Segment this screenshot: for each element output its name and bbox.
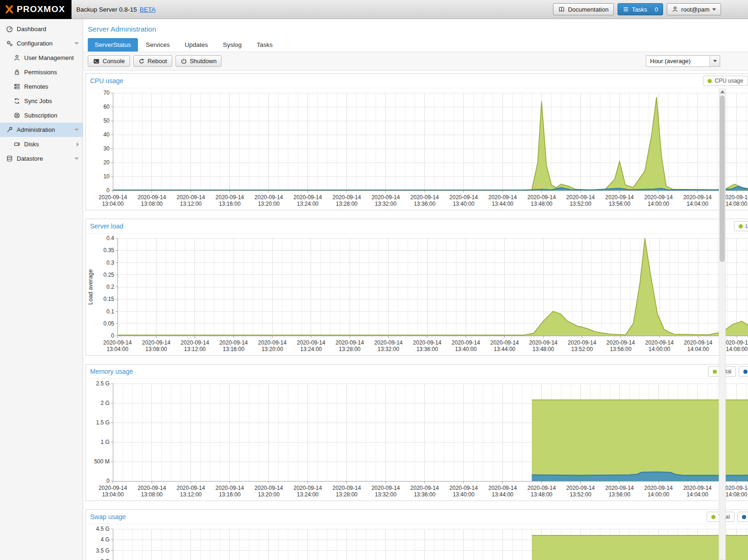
svg-text:2020-09-14: 2020-09-14 [527, 485, 556, 491]
svg-text:2020-09-14: 2020-09-14 [374, 339, 403, 346]
tab-services[interactable]: Services [139, 38, 177, 52]
svg-text:2020-09-14: 2020-09-14 [258, 339, 287, 346]
svg-text:13:48:00: 13:48:00 [531, 491, 553, 498]
legend-label: Load average [746, 223, 748, 229]
legend-item-cpu-usage[interactable]: CPU usage [703, 76, 748, 86]
sidebar-item-datastore[interactable]: Datastore [0, 151, 83, 166]
main-content: Server Administration ServerStatus Servi… [83, 19, 748, 560]
tab-tasks[interactable]: Tasks [250, 38, 280, 52]
header-actions: Documentation Tasks 0 root@pam [553, 3, 721, 15]
sidebar-item-dashboard[interactable]: Dashboard [0, 22, 83, 36]
proxmox-x-icon [5, 5, 14, 14]
sidebar-item-user-management[interactable]: User Management [0, 51, 83, 65]
svg-text:13:20:00: 13:20:00 [261, 346, 283, 352]
sidebar-item-subscription[interactable]: Subscription [0, 108, 83, 123]
tasks-count-badge: 0 [655, 6, 658, 13]
svg-text:13:48:00: 13:48:00 [531, 201, 553, 207]
svg-text:0.05: 0.05 [104, 320, 115, 327]
svg-text:2020-09-14: 2020-09-14 [336, 339, 364, 346]
legend-item-swap-usage[interactable]: Swap usage [737, 512, 748, 522]
vertical-scrollbar [719, 89, 726, 560]
svg-text:2020-09-14: 2020-09-14 [488, 194, 517, 201]
gears-icon [6, 40, 13, 47]
svg-text:2020-09-14: 2020-09-14 [568, 339, 597, 346]
svg-text:40: 40 [104, 131, 110, 138]
memory-usage-chart: 0500 M1 G1.5 G2 G2.5 G2020-09-1413:04:00… [86, 379, 748, 501]
beta-link[interactable]: BETA [140, 6, 156, 13]
legend-dot [713, 370, 717, 374]
expand-arrow-icon[interactable] [77, 142, 79, 147]
collapse-arrow-icon[interactable] [74, 129, 79, 131]
tab-serverstatus[interactable]: ServerStatus [88, 38, 138, 52]
svg-text:13:32:00: 13:32:00 [377, 346, 399, 352]
sidebar-item-label: Subscription [24, 112, 58, 119]
power-icon [181, 58, 187, 65]
svg-text:10: 10 [104, 173, 110, 180]
svg-text:70: 70 [104, 90, 110, 96]
documentation-button[interactable]: Documentation [553, 3, 613, 15]
svg-text:60: 60 [104, 104, 110, 110]
panel-title: CPU usage [90, 77, 124, 85]
sidebar-item-label: Permissions [24, 69, 57, 76]
scrollbar-thumb[interactable] [720, 96, 725, 262]
svg-text:2020-09-14: 2020-09-14 [410, 194, 439, 201]
svg-text:14:08:00: 14:08:00 [726, 201, 748, 207]
sidebar-item-remotes[interactable]: Remotes [0, 79, 83, 94]
console-button[interactable]: Console [88, 55, 130, 67]
svg-text:2020-09-14: 2020-09-14 [527, 194, 556, 201]
sidebar: Dashboard Configuration User Management … [0, 19, 83, 560]
combo-trigger[interactable] [709, 56, 720, 66]
svg-text:2020-09-14: 2020-09-14 [103, 339, 132, 346]
sidebar-item-sync-jobs[interactable]: Sync Jobs [0, 94, 83, 108]
svg-text:0.1: 0.1 [106, 308, 114, 315]
tasks-button[interactable]: Tasks 0 [618, 3, 663, 15]
timeframe-select[interactable]: Hour (average) [646, 55, 720, 67]
svg-text:2020-09-14: 2020-09-14 [606, 339, 635, 346]
user-menu-button[interactable]: root@pam [667, 3, 721, 15]
svg-text:Load average: Load average [87, 269, 94, 305]
tab-updates[interactable]: Updates [178, 38, 215, 52]
dashboard-icon [6, 26, 13, 33]
svg-text:13:04:00: 13:04:00 [102, 201, 124, 207]
svg-text:2020-09-14: 2020-09-14 [449, 485, 478, 491]
collapse-arrow-icon[interactable] [74, 157, 79, 160]
svg-text:0: 0 [111, 332, 114, 339]
chart-legend: Total RAM usage [708, 366, 748, 377]
svg-text:2020-09-14: 2020-09-14 [176, 485, 205, 491]
svg-text:13:40:00: 13:40:00 [455, 346, 477, 352]
svg-text:13:04:00: 13:04:00 [107, 346, 129, 352]
shutdown-button[interactable]: Shutdown [176, 55, 222, 67]
svg-text:13:24:00: 13:24:00 [300, 346, 322, 352]
sidebar-item-disks[interactable]: Disks [0, 137, 83, 151]
tab-syslog[interactable]: Syslog [216, 38, 249, 52]
sidebar-item-configuration[interactable]: Configuration [0, 36, 83, 51]
database-icon [6, 155, 13, 163]
svg-text:13:20:00: 13:20:00 [258, 201, 280, 207]
chart-legend: Total Swap usage [707, 512, 748, 522]
legend-item-load-average[interactable]: Load average [734, 221, 748, 231]
collapse-arrow-icon[interactable] [74, 42, 79, 45]
sidebar-item-administration[interactable]: Administration [0, 123, 83, 137]
svg-text:2020-09-14: 2020-09-14 [254, 485, 283, 491]
svg-text:13:16:00: 13:16:00 [223, 346, 245, 352]
chart-legend: CPU usage IO wait [703, 76, 748, 86]
svg-text:2020-09-14: 2020-09-14 [449, 194, 478, 201]
panel-cpu-usage: CPU usage CPU usage IO wait 010203040506… [85, 73, 748, 210]
reboot-label: Reboot [148, 58, 167, 65]
scroll-up-arrow[interactable] [720, 90, 725, 93]
top-header-bar: PROXMOX Backup Server 0.8-15 BETA Docume… [0, 0, 748, 19]
svg-text:13:16:00: 13:16:00 [219, 491, 241, 498]
sidebar-item-label: Configuration [17, 40, 52, 47]
svg-text:2020-09-14: 2020-09-14 [722, 339, 748, 346]
reboot-button[interactable]: Reboot [133, 55, 172, 67]
svg-text:2020-09-14: 2020-09-14 [293, 485, 322, 491]
sidebar-item-label: Disks [24, 141, 39, 148]
legend-dot [739, 224, 743, 228]
svg-text:2020-09-14: 2020-09-14 [98, 194, 127, 201]
svg-text:2020-09-14: 2020-09-14 [297, 339, 325, 346]
terminal-icon [93, 58, 100, 65]
sidebar-item-permissions[interactable]: Permissions [0, 65, 83, 79]
svg-text:2020-09-14: 2020-09-14 [605, 194, 634, 201]
svg-text:2020-09-14: 2020-09-14 [293, 194, 322, 201]
legend-item-ram-usage[interactable]: RAM usage [739, 366, 748, 377]
